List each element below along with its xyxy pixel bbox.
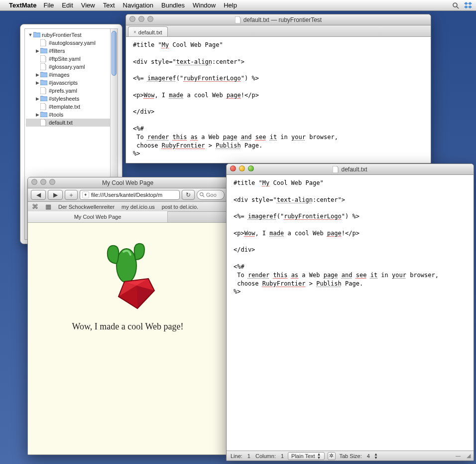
code-editor[interactable]: #title "My Cool Web Page" <div style="te…: [126, 37, 431, 163]
folder-icon: [33, 31, 40, 38]
safari-tab-bar: My Cool Web Page: [28, 212, 228, 223]
tree-item[interactable]: ▶ #images: [26, 71, 117, 79]
tree-item-selected[interactable]: default.txt: [26, 119, 117, 127]
minimize-button[interactable]: [40, 179, 46, 185]
bookmarks-icon[interactable]: ⌘: [32, 203, 38, 210]
disclosure-triangle-icon[interactable]: ▶: [35, 48, 40, 53]
tree-item-label: #autoglossary.yaml: [49, 40, 96, 46]
status-line-value[interactable]: 1: [246, 453, 251, 459]
menu-view[interactable]: View: [81, 1, 95, 9]
disclosure-triangle-icon[interactable]: ▶: [35, 72, 40, 77]
menu-edit[interactable]: Edit: [62, 1, 73, 9]
tree-item-label: #glossary.yaml: [49, 64, 85, 70]
document-proxy-icon[interactable]: [235, 16, 241, 23]
tree-item[interactable]: #ftpSite.yaml: [26, 55, 117, 63]
folder-icon: [40, 47, 47, 54]
document-proxy-icon[interactable]: [333, 166, 339, 173]
disclosure-triangle-icon[interactable]: ▶: [35, 112, 40, 117]
tree-item-label: #stylesheets: [49, 96, 79, 102]
tree-root[interactable]: ▼ rubyFrontierTest: [26, 31, 117, 39]
zoom-button[interactable]: [147, 16, 153, 22]
reload-button[interactable]: ↻: [182, 190, 195, 200]
symbol-popup-button[interactable]: —: [456, 453, 461, 459]
dropdown-arrows-icon[interactable]: ▲▼: [374, 453, 378, 460]
svg-marker-5: [468, 5, 472, 8]
bookmarks-bar: ⌘ ▦ Der Schockwellenreiter my del.icio.u…: [28, 202, 228, 212]
code-editor[interactable]: #title "My Cool Web Page" <div style="te…: [227, 175, 474, 451]
search-field[interactable]: Goo: [197, 190, 225, 200]
textmate-main-window: default.txt — rubyFrontierTest × default…: [125, 14, 431, 163]
favicon-icon: ✦: [82, 191, 89, 198]
zoom-button[interactable]: [248, 165, 254, 171]
resize-handle-icon[interactable]: ◢: [467, 453, 471, 459]
status-line-label: Line:: [230, 453, 243, 459]
spotlight-icon[interactable]: [452, 2, 459, 9]
bookmark-item[interactable]: Der Schockwellenreiter: [58, 204, 115, 210]
window-title: My Cool Web Page: [102, 179, 153, 186]
menu-navigation[interactable]: Navigation: [123, 1, 153, 9]
safari-toolbar: ◀ ▶ ＋ ✦ file:///Users/kantel/Desktop/m ↻…: [28, 188, 228, 202]
svg-marker-3: [468, 2, 472, 5]
titlebar[interactable]: default.txt — rubyFrontierTest: [126, 14, 431, 25]
project-tree[interactable]: ▼ rubyFrontierTest #autoglossary.yaml ▶ …: [25, 29, 118, 129]
file-tab[interactable]: × default.txt: [128, 26, 168, 36]
window-title: default.txt — rubyFrontierTest: [243, 16, 322, 23]
file-icon: [40, 103, 47, 110]
status-tab-value[interactable]: 4: [366, 453, 371, 459]
bookmark-item[interactable]: my del.icio.us: [121, 204, 155, 210]
url-text: file:///Users/kantel/Desktop/m: [91, 192, 162, 198]
add-bookmark-button[interactable]: ＋: [65, 190, 78, 200]
language-selector[interactable]: Plain Text ▲▼: [288, 452, 324, 460]
close-button[interactable]: [129, 16, 135, 22]
status-column-value[interactable]: 1: [280, 453, 285, 459]
file-tab-strip: × default.txt: [126, 25, 431, 37]
minimize-button[interactable]: [239, 165, 245, 171]
close-button[interactable]: [230, 165, 236, 171]
browser-tab[interactable]: My Cool Web Page: [28, 211, 168, 222]
zoom-button[interactable]: [49, 179, 55, 185]
tree-item[interactable]: ▶ #stylesheets: [26, 95, 117, 103]
bookmark-item[interactable]: post to del.icio.: [162, 204, 198, 210]
menu-bundles[interactable]: Bundles: [161, 1, 185, 9]
titlebar[interactable]: My Cool Web Page: [28, 177, 228, 188]
tree-item[interactable]: #glossary.yaml: [26, 63, 117, 71]
svg-marker-4: [464, 5, 468, 8]
tree-item-label: #prefs.yaml: [49, 88, 77, 94]
tree-item[interactable]: ▶ #filters: [26, 47, 117, 55]
topsites-icon[interactable]: ▦: [45, 203, 51, 210]
gear-menu-button[interactable]: ✲: [328, 452, 336, 460]
folder-icon: [40, 95, 47, 102]
tree-item[interactable]: ▶ #javascripts: [26, 79, 117, 87]
file-icon: [40, 55, 47, 62]
disclosure-triangle-icon[interactable]: ▶: [35, 96, 40, 101]
file-icon: [40, 119, 47, 126]
tree-item[interactable]: ▶ #tools: [26, 111, 117, 119]
titlebar[interactable]: default.txt: [227, 164, 474, 175]
dropbox-menubar-icon[interactable]: [464, 2, 472, 9]
forward-button[interactable]: ▶: [48, 190, 63, 200]
menu-text[interactable]: Text: [103, 1, 115, 9]
disclosure-triangle-icon[interactable]: ▶: [35, 80, 40, 85]
tree-item[interactable]: #autoglossary.yaml: [26, 39, 117, 47]
app-name[interactable]: TextMate: [9, 1, 36, 9]
tree-item-label: #tools: [49, 112, 63, 118]
back-button[interactable]: ◀: [31, 190, 46, 200]
menu-window[interactable]: Window: [193, 1, 216, 9]
tree-item[interactable]: #template.txt: [26, 103, 117, 111]
language-selector-label: Plain Text: [291, 453, 315, 459]
search-placeholder: Goo: [206, 192, 217, 198]
folder-icon: [40, 71, 47, 78]
tree-item[interactable]: #prefs.yaml: [26, 87, 117, 95]
url-field[interactable]: ✦ file:///Users/kantel/Desktop/m: [80, 190, 180, 200]
window-title: default.txt: [341, 166, 367, 173]
page-headline: Wow, I made a cool Web page!: [72, 321, 183, 332]
close-button[interactable]: [31, 179, 37, 185]
scrollbar-thumb[interactable]: [112, 31, 117, 76]
close-tab-icon[interactable]: ×: [133, 29, 136, 35]
menu-file[interactable]: File: [43, 1, 54, 9]
tree-item-label: #ftpSite.yaml: [49, 56, 81, 62]
folder-icon: [40, 111, 47, 118]
disclosure-triangle-icon[interactable]: ▼: [28, 32, 33, 37]
menu-help[interactable]: Help: [224, 1, 237, 9]
minimize-button[interactable]: [138, 16, 144, 22]
